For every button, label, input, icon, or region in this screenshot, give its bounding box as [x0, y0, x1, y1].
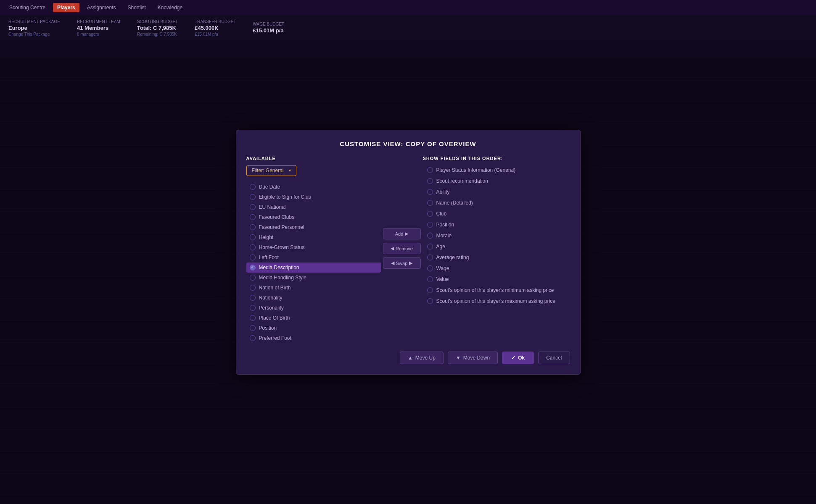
available-header: AVAILABLE: [246, 156, 381, 161]
field-item[interactable]: Scout's opinion of this player's minimum…: [423, 285, 570, 295]
available-item[interactable]: Media Description: [246, 262, 381, 273]
field-label: Ability: [436, 189, 450, 195]
field-item[interactable]: Name (Detailed): [423, 198, 570, 208]
available-item[interactable]: Eligible to Sign for Club: [246, 192, 381, 202]
field-item[interactable]: Morale: [423, 231, 570, 241]
swap-left-icon: ◀: [391, 260, 394, 266]
field-item[interactable]: Age: [423, 242, 570, 252]
item-checkbox: [250, 275, 256, 281]
field-item[interactable]: Ability: [423, 187, 570, 197]
field-checkbox: [427, 178, 433, 184]
filter-dropdown[interactable]: Filter: General ▾: [246, 165, 296, 176]
available-item[interactable]: Due Date: [246, 182, 381, 192]
field-item[interactable]: Value: [423, 274, 570, 284]
modal-body: AVAILABLE Filter: General ▾ Due DateElig…: [246, 156, 570, 341]
field-label: Scout recommendation: [436, 178, 488, 184]
checkmark-icon: ✓: [511, 355, 515, 361]
modal-backdrop: CUSTOMISE VIEW: COPY OF OVERVIEW AVAILAB…: [0, 0, 816, 504]
panel-available: AVAILABLE Filter: General ▾ Due DateElig…: [246, 156, 381, 341]
field-checkbox: [427, 244, 433, 249]
item-checkbox: [250, 224, 256, 230]
item-checkbox: [250, 315, 256, 321]
item-checkbox: [250, 325, 256, 331]
field-label: Club: [436, 211, 447, 217]
available-item[interactable]: Nation of Birth: [246, 283, 381, 293]
item-checkbox: [250, 204, 256, 210]
modal-footer: ▲ Move Up ▼ Move Down ✓ Ok Cancel: [246, 352, 570, 364]
item-checkbox: [250, 234, 256, 240]
available-item[interactable]: Favoured Clubs: [246, 212, 381, 222]
field-label: Value: [436, 276, 449, 282]
available-item[interactable]: Preferred Foot: [246, 333, 381, 341]
field-item[interactable]: Scout's opinion of this player's maximum…: [423, 296, 570, 306]
field-checkbox: [427, 211, 433, 217]
available-item[interactable]: Position: [246, 323, 381, 333]
available-item[interactable]: Personality: [246, 303, 381, 313]
swap-label: Swap: [396, 261, 408, 266]
arrow-left-icon: ◀: [391, 246, 394, 251]
available-list[interactable]: Due DateEligible to Sign for ClubEU Nati…: [246, 182, 381, 341]
move-up-button[interactable]: ▲ Move Up: [400, 352, 444, 364]
ok-button[interactable]: ✓ Ok: [502, 352, 534, 364]
field-checkbox: [427, 276, 433, 282]
item-checkbox: [250, 214, 256, 220]
fields-list: Player Status Information (General)Scout…: [423, 165, 570, 306]
available-item[interactable]: Favoured Personnel: [246, 222, 381, 232]
item-label: Nationality: [259, 295, 283, 301]
add-button[interactable]: Add ▶: [383, 228, 421, 239]
arrow-down-icon: ▼: [456, 355, 461, 361]
item-label: Nation of Birth: [259, 285, 291, 291]
available-item[interactable]: Place Of Birth: [246, 313, 381, 323]
field-label: Name (Detailed): [436, 200, 473, 206]
ok-label: Ok: [518, 355, 525, 361]
item-label: Personality: [259, 305, 284, 311]
item-label: EU National: [259, 204, 286, 210]
item-label: Preferred Foot: [259, 335, 291, 341]
item-checkbox: [250, 305, 256, 311]
swap-right-icon: ▶: [409, 260, 412, 266]
item-checkbox: [250, 244, 256, 250]
available-item[interactable]: Left Foot: [246, 252, 381, 262]
field-checkbox: [427, 189, 433, 195]
field-item[interactable]: Average rating: [423, 252, 570, 262]
filter-label: Filter: General: [252, 168, 284, 173]
middle-buttons: Add ▶ ◀ Remove ◀ Swap ▶: [381, 156, 423, 341]
item-checkbox: [250, 335, 256, 341]
arrow-right-icon: ▶: [405, 231, 408, 236]
arrow-up-icon: ▲: [408, 355, 413, 361]
swap-button[interactable]: ◀ Swap ▶: [383, 257, 421, 269]
item-checkbox: [250, 265, 256, 270]
field-item[interactable]: Scout recommendation: [423, 176, 570, 186]
available-item[interactable]: Height: [246, 232, 381, 242]
fields-header: SHOW FIELDS IN THIS ORDER:: [423, 156, 570, 161]
item-label: Eligible to Sign for Club: [259, 194, 312, 200]
field-label: Morale: [436, 233, 452, 239]
modal-title: CUSTOMISE VIEW: COPY OF OVERVIEW: [246, 140, 570, 147]
field-item[interactable]: Position: [423, 220, 570, 230]
item-checkbox: [250, 285, 256, 291]
item-label: Position: [259, 325, 277, 331]
field-checkbox: [427, 287, 433, 293]
add-label: Add: [395, 231, 404, 236]
available-item[interactable]: EU National: [246, 202, 381, 212]
field-checkbox: [427, 200, 433, 206]
available-item[interactable]: Media Handling Style: [246, 273, 381, 283]
field-label: Scout's opinion of this player's minimum…: [436, 287, 554, 293]
field-item[interactable]: Wage: [423, 263, 570, 273]
chevron-down-icon: ▾: [289, 168, 291, 173]
field-checkbox: [427, 222, 433, 228]
field-item[interactable]: Player Status Information (General): [423, 165, 570, 175]
field-item[interactable]: Club: [423, 209, 570, 219]
field-checkbox: [427, 298, 433, 304]
item-label: Home-Grown Status: [259, 244, 305, 250]
available-item[interactable]: Nationality: [246, 293, 381, 303]
item-label: Favoured Clubs: [259, 214, 295, 220]
remove-button[interactable]: ◀ Remove: [383, 243, 421, 254]
available-item[interactable]: Home-Grown Status: [246, 242, 381, 252]
item-label: Media Handling Style: [259, 275, 306, 281]
cancel-button[interactable]: Cancel: [538, 352, 570, 364]
field-checkbox: [427, 233, 433, 239]
move-down-label: Move Down: [463, 355, 490, 361]
move-up-label: Move Up: [415, 355, 436, 361]
move-down-button[interactable]: ▼ Move Down: [448, 352, 498, 364]
